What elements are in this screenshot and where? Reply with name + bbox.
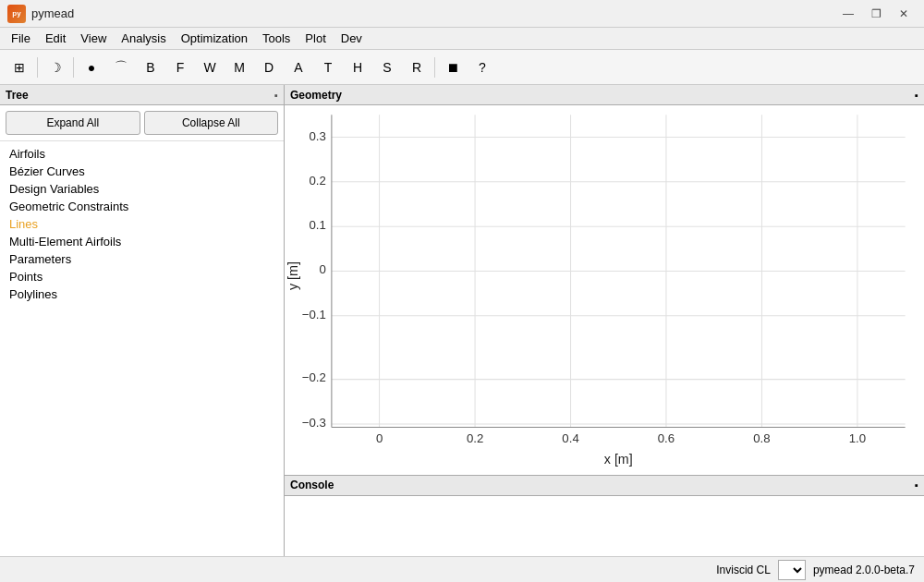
- tree-item[interactable]: Polylines: [6, 285, 278, 303]
- menu-item-tools[interactable]: Tools: [255, 30, 298, 47]
- main-content: Tree ▪ Expand All Collapse All AirfoilsB…: [0, 85, 924, 556]
- app-icon: py: [7, 5, 26, 23]
- svg-text:1.0: 1.0: [849, 431, 866, 445]
- menu-item-view[interactable]: View: [73, 30, 114, 47]
- toolbar-separator: [434, 57, 435, 78]
- tree-item[interactable]: Geometric Constraints: [6, 198, 278, 215]
- svg-text:0.1: 0.1: [309, 218, 325, 232]
- console-collapse-icon[interactable]: ▪: [915, 479, 918, 491]
- svg-text:−0.1: −0.1: [302, 308, 326, 321]
- toolbar: ⊞☽●⌒BFWMDATHSR⏹?: [0, 50, 924, 85]
- tree-header: Tree ▪: [0, 85, 284, 105]
- tree-panel: Tree ▪ Expand All Collapse All AirfoilsB…: [0, 85, 285, 556]
- h-tool-icon[interactable]: H: [344, 54, 371, 81]
- right-panel: Geometry ▪: [285, 85, 924, 556]
- svg-rect-0: [285, 105, 924, 475]
- r-tool-icon[interactable]: R: [403, 54, 431, 81]
- svg-text:0: 0: [319, 262, 325, 276]
- restore-button[interactable]: ❐: [863, 4, 889, 24]
- title-text: pymead: [31, 6, 74, 20]
- minimize-button[interactable]: —: [835, 4, 861, 24]
- wave-icon[interactable]: W: [196, 54, 224, 81]
- s-tool-icon[interactable]: S: [373, 54, 401, 81]
- tree-item[interactable]: Points: [6, 268, 278, 285]
- geometry-canvas[interactable]: 0.3 0.2 0.1 0 −0.1 −0.2 −0.3 0 0.2 0.4 0…: [285, 105, 924, 475]
- freehand-icon[interactable]: F: [166, 54, 194, 81]
- tree-item[interactable]: Bézier Curves: [6, 163, 278, 180]
- svg-text:0.3: 0.3: [309, 129, 325, 143]
- tree-item[interactable]: Parameters: [6, 250, 278, 268]
- tree-item[interactable]: Multi-Element Airfoils: [6, 233, 278, 250]
- toolbar-separator: [73, 57, 74, 78]
- menu-item-dev[interactable]: Dev: [334, 30, 370, 47]
- titlebar: py pymead — ❐ ✕: [0, 0, 924, 28]
- svg-text:0.8: 0.8: [753, 431, 770, 445]
- svg-text:0: 0: [376, 431, 383, 445]
- console-panel: Console ▪: [285, 476, 924, 556]
- inviscid-cl-label: Inviscid CL: [716, 564, 771, 576]
- tree-buttons: Expand All Collapse All: [0, 105, 284, 141]
- d-tool-icon[interactable]: D: [255, 54, 283, 81]
- svg-text:0.6: 0.6: [658, 431, 675, 445]
- menu-item-edit[interactable]: Edit: [38, 30, 73, 47]
- console-header: Console ▪: [285, 476, 924, 496]
- inviscid-cl-select[interactable]: [778, 560, 806, 580]
- grid-icon[interactable]: ⊞: [6, 54, 33, 81]
- toolbar-separator: [37, 57, 38, 78]
- menu-item-analysis[interactable]: Analysis: [114, 30, 173, 47]
- t-tool-icon[interactable]: T: [314, 54, 342, 81]
- moon-icon[interactable]: ☽: [42, 54, 69, 81]
- menu-item-file[interactable]: File: [4, 30, 38, 47]
- collapse-all-button[interactable]: Collapse All: [144, 111, 279, 135]
- expand-all-button[interactable]: Expand All: [6, 111, 140, 135]
- help-icon[interactable]: ?: [468, 54, 496, 81]
- console-header-label: Console: [290, 479, 334, 491]
- menu-item-optimization[interactable]: Optimization: [174, 30, 255, 47]
- geometry-panel: Geometry ▪: [285, 85, 924, 476]
- close-button[interactable]: ✕: [891, 4, 917, 24]
- plot-svg: 0.3 0.2 0.1 0 −0.1 −0.2 −0.3 0 0.2 0.4 0…: [285, 105, 924, 475]
- svg-text:0.2: 0.2: [309, 174, 325, 188]
- tree-header-label: Tree: [6, 89, 29, 102]
- version-text: pymead 2.0.0-beta.7: [813, 564, 915, 576]
- menu-item-plot[interactable]: Plot: [298, 30, 333, 47]
- bezier-icon[interactable]: B: [137, 54, 164, 81]
- dot-icon[interactable]: ●: [78, 54, 105, 81]
- svg-text:0.2: 0.2: [467, 431, 483, 445]
- geometry-header-label: Geometry: [290, 89, 342, 102]
- titlebar-left: py pymead: [7, 5, 74, 23]
- tree-item[interactable]: Lines: [6, 215, 278, 233]
- menubar: FileEditViewAnalysisOptimizationToolsPlo…: [0, 28, 924, 50]
- tree-items: AirfoilsBézier CurvesDesign VariablesGeo…: [0, 141, 284, 556]
- a-tool-icon[interactable]: A: [285, 54, 312, 81]
- svg-text:x [m]: x [m]: [604, 452, 633, 467]
- svg-text:−0.2: −0.2: [302, 370, 326, 384]
- statusbar: Inviscid CL pymead 2.0.0-beta.7: [0, 556, 924, 582]
- svg-text:0.4: 0.4: [562, 431, 578, 445]
- curve1-icon[interactable]: ⌒: [107, 54, 135, 81]
- svg-text:y [m]: y [m]: [286, 261, 300, 290]
- tree-collapse-icon[interactable]: ▪: [274, 90, 278, 101]
- tree-item[interactable]: Airfoils: [6, 145, 278, 163]
- stop-icon[interactable]: ⏹: [439, 54, 467, 81]
- geometry-header: Geometry ▪: [285, 85, 924, 105]
- geometry-collapse-icon[interactable]: ▪: [915, 90, 918, 101]
- window-controls: — ❐ ✕: [835, 4, 917, 24]
- console-body: [285, 496, 924, 556]
- tree-item[interactable]: Design Variables: [6, 180, 278, 198]
- svg-text:−0.3: −0.3: [302, 416, 326, 430]
- m-tool-icon[interactable]: M: [225, 54, 253, 81]
